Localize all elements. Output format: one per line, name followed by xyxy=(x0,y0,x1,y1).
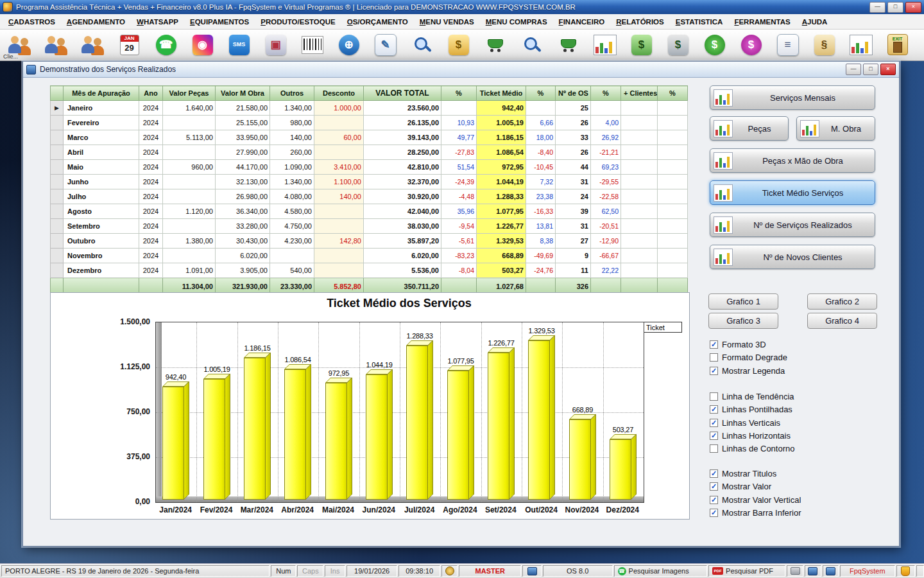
x-axis-tick: Dez/2024 xyxy=(603,505,643,514)
equipment-icon[interactable]: ▣ xyxy=(257,30,294,59)
pct-ticket: -8,40 xyxy=(526,145,556,160)
checkbox-linha-de-tendencia[interactable]: Linha de Tendência xyxy=(710,391,794,401)
table-row[interactable]: Julho202426.980,004.080,00140,0030.920,0… xyxy=(51,189,688,204)
window-minimize-button[interactable]: — xyxy=(846,64,861,75)
table-row[interactable]: Junho202432.130,001.340,001.100,0032.370… xyxy=(51,175,688,189)
button-grafico-4[interactable]: Grafico 4 xyxy=(807,313,877,329)
certificate-icon[interactable]: § xyxy=(806,30,843,59)
menu-menu-compras[interactable]: MENU COMPRAS xyxy=(480,15,553,29)
table-row[interactable]: Maio2024960,0044.170,001.090,003.410,004… xyxy=(51,160,688,175)
chart-button-m-obra[interactable]: M. Obra xyxy=(796,116,875,141)
valor-total: 42.040,00 xyxy=(364,204,441,219)
pct-os: 4,00 xyxy=(591,116,621,130)
whatsapp-icon[interactable]: ☎ xyxy=(148,30,184,59)
status-display2 xyxy=(823,565,839,577)
button-grafico-2[interactable]: Grafico 2 xyxy=(807,293,877,310)
month: Fevereiro xyxy=(64,116,139,130)
menu-os-orcamento[interactable]: OS/ORÇAMENTO xyxy=(341,15,414,29)
chart-button-n-de-novos-clientes[interactable]: Nº de Novos Clientes xyxy=(710,245,875,269)
minimize-button[interactable]: — xyxy=(869,2,886,13)
menu-equipamentos[interactable]: EQUIPAMENTOS xyxy=(184,15,255,29)
pct-clientes xyxy=(658,234,688,249)
checkbox-linhas-pontilhadas[interactable]: ✓Linhas Pontilhadas xyxy=(710,404,792,414)
checkbox-box xyxy=(710,353,718,362)
sms-icon[interactable]: SMS xyxy=(221,30,257,59)
menu-financeiro[interactable]: FINANCEIRO xyxy=(553,15,611,29)
novos-clientes xyxy=(621,263,658,278)
table-row[interactable]: Novembro20246.020,006.020,00-83,23668,89… xyxy=(51,249,688,263)
menu-ajuda[interactable]: AJUDA xyxy=(796,15,834,29)
dollar-green-icon[interactable]: $ xyxy=(696,30,733,59)
mini-chart-icon xyxy=(714,152,733,170)
menu-ferramentas[interactable]: FERRAMENTAS xyxy=(728,15,796,29)
menu-produto-estoque[interactable]: PRODUTO/ESTOQUE xyxy=(255,15,341,29)
service-order-icon[interactable]: ✎ xyxy=(367,30,404,59)
table-row[interactable]: Marco20245.113,0033.950,00140,0060,0039.… xyxy=(51,130,688,145)
checkbox-formato-degrade[interactable]: Formato Degrade xyxy=(710,352,787,362)
checkbox-linhas-de-contorno[interactable]: Linhas de Contorno xyxy=(710,443,794,453)
clients-icon[interactable]: Clie... xyxy=(1,30,38,59)
checkbox-mostrar-valor[interactable]: ✓Mostrar Valor xyxy=(710,481,771,491)
instagram-icon[interactable]: ◉ xyxy=(184,30,221,59)
checkbox-mostrar-legenda[interactable]: ✓Mostrar Legenda xyxy=(710,365,785,376)
button-grafico-1[interactable]: Grafico 1 xyxy=(708,293,778,310)
menu-estatistica[interactable]: ESTATISTICA xyxy=(670,15,729,29)
maximize-button[interactable]: □ xyxy=(887,2,903,13)
chart-button-servicos-mensais[interactable]: Serviços Mensais xyxy=(710,85,875,110)
dollar-purple-icon[interactable]: $ xyxy=(733,30,769,59)
checkbox-box: ✓ xyxy=(710,469,718,478)
suppliers-icon[interactable] xyxy=(74,30,111,59)
money-stack-icon[interactable]: $ xyxy=(623,30,660,59)
menu-menu-vendas[interactable]: MENU VENDAS xyxy=(414,15,480,29)
table-row[interactable]: Fevereiro202425.155,00980,0026.135,0010,… xyxy=(51,116,688,130)
table-row[interactable]: ▶Janeiro20241.640,0021.580,001.340,001.0… xyxy=(51,101,688,116)
table-row[interactable]: Outubro20241.380,0030.430,004.230,00142,… xyxy=(51,234,688,249)
bar-value-label: 1.086,54 xyxy=(277,356,318,363)
menu-cadastros[interactable]: CADASTROS xyxy=(3,15,61,29)
checkbox-linhas-verticais[interactable]: ✓Linhas Verticais xyxy=(710,417,780,428)
button-grafico-3[interactable]: Grafico 3 xyxy=(708,313,778,329)
sales-chart-icon[interactable] xyxy=(586,30,623,59)
bar-fev-2024: 1.005,19 xyxy=(203,379,231,500)
checkbox-linhas-horizontais[interactable]: ✓Linhas Horizontais xyxy=(710,430,791,441)
chart-button-pecas[interactable]: Peças xyxy=(710,116,789,141)
desconto xyxy=(314,116,364,130)
close-button[interactable]: × xyxy=(905,2,921,13)
table-row[interactable]: Abril202427.990,00260,0028.250,00-27,831… xyxy=(51,145,688,160)
window-close-button[interactable]: × xyxy=(880,64,896,75)
table-row[interactable]: Dezembro20241.091,003.905,00540,005.536,… xyxy=(51,263,688,278)
purchase-cart-icon[interactable] xyxy=(550,30,586,59)
statistics-icon[interactable] xyxy=(843,30,879,59)
chart-button-n-de-servicos-realizados[interactable]: Nº de Serviços Realizados xyxy=(710,213,875,237)
sales-cart-icon[interactable] xyxy=(477,30,513,59)
year: 2024 xyxy=(139,234,163,249)
exit-icon[interactable]: EXIT xyxy=(879,30,916,59)
cash-register-icon[interactable]: $ xyxy=(660,30,696,59)
menu-whatsapp[interactable]: WHATSAPP xyxy=(131,15,184,29)
table-row[interactable]: Agosto20241.120,0036.340,004.580,0042.04… xyxy=(51,204,688,219)
checkbox-mostrar-titulos[interactable]: ✓Mostrar Titulos xyxy=(710,468,776,478)
chart-button-pecas-x-mao-de-obra[interactable]: Peças x Mão de Obra xyxy=(710,148,875,173)
checkbox-mostrar-valor-vertical[interactable]: ✓Mostrar Valor Vertical xyxy=(710,495,801,505)
inner-window-titlebar[interactable]: Demonstrativo dos Serviços Realizados —□… xyxy=(23,62,899,78)
pct-ticket: 6,66 xyxy=(526,116,556,130)
status-search-pdf[interactable]: PDFPesquisar PDF xyxy=(708,565,785,577)
search-sale-icon[interactable] xyxy=(513,30,550,59)
table-row[interactable]: Setembro202433.280,004.750,0038.030,00-9… xyxy=(51,219,688,234)
search-order-icon[interactable] xyxy=(404,30,440,59)
checkbox-formato-3d[interactable]: ✓Formato 3D xyxy=(710,339,766,349)
money-icon[interactable]: $ xyxy=(440,30,477,59)
barcode-icon[interactable] xyxy=(294,30,330,59)
status-search-images[interactable]: ☎Pesquisar Imagens xyxy=(614,565,708,577)
checkbox-mostrar-barra-inferior[interactable]: ✓Mostrar Barra Inferior xyxy=(710,507,801,518)
pct-os: -66,67 xyxy=(591,249,621,263)
chart-button-ticket-medio-servicos[interactable]: Ticket Médio Serviços xyxy=(710,180,875,205)
checkbox-label: Mostrar Barra Inferior xyxy=(722,508,801,518)
calendar-icon[interactable]: JAN29 xyxy=(111,30,148,59)
menu-agendamento[interactable]: AGENDAMENTO xyxy=(61,15,131,29)
menu-relatorios[interactable]: RELATÓRIOS xyxy=(610,15,670,29)
window-maximize-button[interactable]: □ xyxy=(863,64,878,75)
receipt-icon[interactable]: ≡ xyxy=(769,30,806,59)
technicians-icon[interactable] xyxy=(38,30,74,59)
internet-icon[interactable]: ⊕ xyxy=(330,30,367,59)
